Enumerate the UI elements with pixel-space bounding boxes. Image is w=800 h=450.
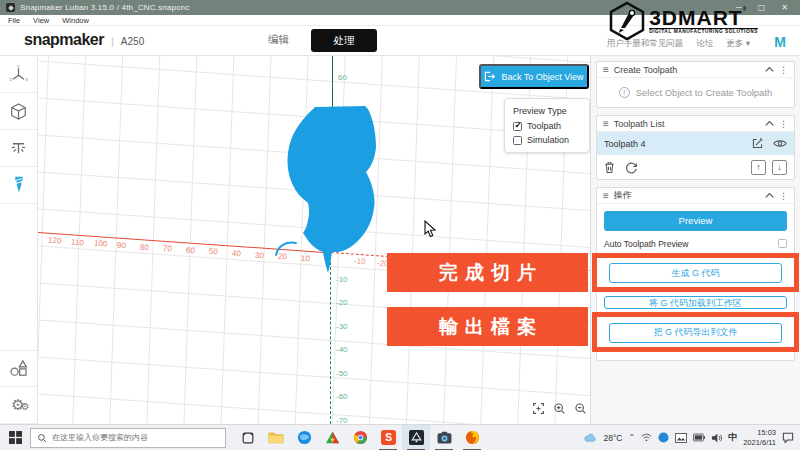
task-view-button[interactable]	[234, 425, 262, 450]
taskbar-clock[interactable]: 15:03 2021/6/11	[743, 428, 776, 447]
section-menu-icon[interactable]: ⋮	[779, 119, 788, 129]
zoom-out-icon[interactable]	[574, 402, 587, 415]
move-toolpath-down-button[interactable]: ↓	[772, 160, 787, 175]
preview-option-simulation[interactable]: Simulation	[513, 135, 581, 145]
tray-overflow-chevron[interactable]: ⌃	[628, 433, 635, 442]
media-app-button[interactable]	[318, 425, 346, 450]
menu-window[interactable]: Window	[62, 16, 89, 25]
y-axis-tick-label: -70	[336, 416, 348, 425]
collapse-chevron-icon[interactable]	[765, 66, 774, 73]
weather-temperature[interactable]: 28°C	[603, 433, 622, 443]
file-explorer-button[interactable]	[262, 425, 290, 450]
x-axis-tick-label: 80	[140, 242, 150, 252]
ime-indicator[interactable]: 中	[728, 431, 737, 444]
tab-edit[interactable]: 编辑	[268, 33, 289, 47]
capture-app-button[interactable]	[430, 425, 458, 450]
export-gcode-to-file-button[interactable]: 把 G 代码导出到文件	[609, 323, 782, 343]
section-menu-icon[interactable]: ⋮	[779, 191, 788, 201]
menu-file[interactable]: File	[8, 16, 20, 25]
toolpath-list-title: Toolpath List	[614, 119, 665, 129]
search-input[interactable]	[52, 433, 212, 442]
edit-toolpath-icon[interactable]	[751, 137, 764, 150]
back-to-object-view-button[interactable]: Back To Object View	[479, 64, 589, 89]
drag-handle-icon[interactable]: ≡	[603, 64, 609, 75]
snagit-button[interactable]: S	[374, 425, 402, 450]
svg-text:Y: Y	[17, 65, 20, 69]
auto-toolpath-preview-checkbox[interactable]	[778, 239, 787, 248]
onedrive-icon[interactable]	[658, 432, 669, 443]
drag-handle-icon[interactable]: ≡	[603, 118, 609, 129]
zoom-in-icon[interactable]	[553, 402, 566, 415]
volume-icon[interactable]	[711, 433, 722, 443]
sidebar-item-workspace[interactable]: Y X Z	[0, 56, 37, 93]
tab-process[interactable]: 处理	[311, 29, 377, 52]
clock-time: 15:03	[743, 428, 776, 437]
browser-app-button[interactable]	[290, 425, 318, 450]
firefox-button[interactable]	[458, 425, 486, 450]
menu-view[interactable]: View	[33, 16, 49, 25]
generate-gcode-button[interactable]: 生成 G 代码	[609, 263, 782, 283]
taskbar-search-box[interactable]	[30, 428, 226, 448]
preview-option-toolpath[interactable]: Toolpath	[513, 121, 581, 131]
brand: snapmaker | A250	[24, 31, 144, 49]
x-axis-tick-label: 70	[163, 244, 173, 254]
left-sidebar: Y X Z	[0, 56, 38, 424]
preview-canvas[interactable]: 130120110100908070605040302010-10-207060…	[38, 56, 590, 424]
battery-icon[interactable]	[693, 433, 705, 442]
preview-option-label: Toolpath	[527, 121, 561, 131]
sidebar-item-cnc[interactable]	[0, 167, 37, 204]
drag-handle-icon[interactable]: ≡	[603, 190, 609, 201]
start-button[interactable]	[0, 425, 30, 450]
y-axis-tick-label: -60	[336, 392, 348, 401]
canvas-zoom-controls	[532, 402, 587, 415]
snapmaker-logo: snapmaker	[24, 31, 104, 49]
preview-button[interactable]: Preview	[604, 211, 787, 231]
sidebar-item-case-library[interactable]	[0, 350, 37, 387]
y-axis-tick-label: 60	[338, 73, 347, 82]
network-icon[interactable]	[641, 433, 652, 442]
refresh-toolpath-icon[interactable]	[625, 161, 638, 174]
y-axis-tick-label: -50	[336, 369, 348, 378]
move-toolpath-up-button[interactable]: ↑	[751, 160, 766, 175]
brand-separator: |	[111, 35, 114, 47]
sidebar-item-settings[interactable]: ⚙⚙	[0, 387, 37, 424]
load-gcode-to-workspace-button[interactable]: 将 G 代码加载到工作区	[604, 296, 787, 309]
maximize-button[interactable]: ▢	[758, 3, 766, 12]
sidebar-item-3d-printing[interactable]	[0, 93, 37, 130]
firefox-icon	[465, 430, 480, 445]
x-axis-tick-label: 120	[48, 236, 62, 246]
toggle-visibility-icon[interactable]	[773, 138, 787, 149]
snapmaker-luban-button[interactable]	[402, 425, 430, 450]
x-axis-tick-label: 50	[209, 247, 219, 257]
collapse-chevron-icon[interactable]	[765, 192, 774, 199]
chrome-button[interactable]	[346, 425, 374, 450]
machine-model: A250	[121, 36, 144, 47]
highlight-box-generate-gcode: 生成 G 代码	[592, 253, 799, 293]
delete-toolpath-icon[interactable]	[604, 161, 615, 174]
create-toolpath-section: ≡ Create Toolpath ⋮ ! Select Object to C…	[596, 61, 795, 108]
toolpath-list-section: ≡ Toolpath List ⋮ Toolpath 4	[596, 115, 795, 180]
toolpath-list-item[interactable]: Toolpath 4	[597, 132, 794, 155]
axes-icon: Y X Z	[9, 65, 28, 84]
windows-logo-icon	[9, 431, 22, 444]
y-axis-tick-label: -10	[336, 275, 348, 284]
highlight-box-export-gcode: 把 G 代码导出到文件	[592, 312, 799, 352]
exit-view-icon	[484, 71, 495, 82]
sidebar-item-laser[interactable]	[0, 130, 37, 167]
annotation-finish-slicing: 完成切片	[387, 253, 588, 292]
checkbox-icon[interactable]	[513, 122, 522, 131]
close-button[interactable]: ✕	[781, 3, 788, 12]
collapse-chevron-icon[interactable]	[765, 120, 774, 127]
system-tray: 28°C ⌃ 中 15:03 2021/6/11	[584, 428, 800, 447]
notification-center-icon[interactable]	[782, 432, 794, 443]
watermark-title: 3DMART®	[649, 7, 758, 28]
cube-icon	[9, 102, 28, 121]
preview-type-title: Preview Type	[513, 106, 581, 116]
photo-viewer-icon[interactable]	[675, 433, 687, 443]
preview-option-label: Simulation	[527, 135, 569, 145]
checkbox-icon[interactable]	[513, 136, 522, 145]
snagit-icon: S	[381, 430, 396, 445]
section-menu-icon[interactable]: ⋮	[779, 65, 788, 75]
laser-icon	[9, 139, 28, 158]
fit-view-icon[interactable]	[532, 402, 545, 415]
